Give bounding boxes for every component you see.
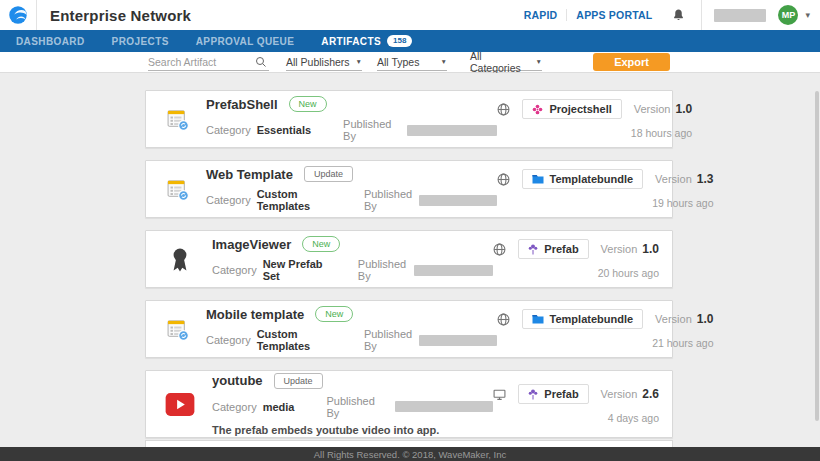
published-by-label: Published By [364,188,414,212]
tab-label: APPROVAL QUEUE [196,36,295,47]
type-label: Templatebundle [550,173,634,185]
artifact-right: Projectshell Version 1.0 18 hours ago [497,99,692,139]
category-value: Custom Templates [257,328,332,352]
category-value: New Prefab Set [263,258,326,282]
status-badge: Update [274,373,323,389]
artifact-card[interactable]: Web Template Update Category Custom Temp… [145,160,673,218]
type-label: Projectshell [549,103,611,115]
version: Version 1.0 [601,242,659,256]
artifact-title-row: Mobile template New [206,306,497,322]
template-bundle-icon [164,106,190,132]
version-label: Version [655,173,692,185]
artifact-name: youtube [212,373,263,388]
tab-approval-queue[interactable]: APPROVAL QUEUE [196,36,295,47]
version-value: 1.0 [697,312,714,326]
prefab-icon [528,388,538,400]
search-icon[interactable] [253,56,269,68]
notifications-bell-icon[interactable] [672,8,685,22]
type-label: Templatebundle [550,313,634,325]
template-bundle-icon [164,176,190,202]
artifact-name: Mobile template [206,307,304,322]
artifact-right-row: Projectshell Version 1.0 [497,99,692,119]
tab-dashboard[interactable]: DASHBOARD [16,36,85,47]
status-badge: New [315,306,353,322]
artifact-meta-row: Category Essentials Published By [206,118,497,142]
user-name-redacted [714,9,766,22]
type-badge: Projectshell [522,99,621,119]
version: Version 1.3 [655,172,713,186]
published-by-label: Published By [358,258,409,282]
tab-label: PROJECTS [112,36,169,47]
tab-label: ARTIFACTS [321,36,381,47]
artifact-title-row: youtube Update [212,373,493,389]
categories-dropdown-value: All Categories [470,50,532,74]
publishers-dropdown[interactable]: All Publishers ▼ [286,54,362,71]
artifact-meta-row: Category New Prefab Set Published By [212,258,493,282]
filter-bar: All Publishers ▼ All Types ▼ All Categor… [0,52,820,73]
category-label: Category [212,264,257,276]
artifact-count-badge: 158 [387,35,412,47]
artifact-meta-row: Category Custom Templates Published By [206,188,497,212]
version-value: 1.3 [697,172,714,186]
type-badge: Prefab [518,384,588,404]
type-badge: Templatebundle [522,309,644,329]
tab-projects[interactable]: PROJECTS [112,36,169,47]
version-value: 2.6 [642,387,659,401]
footer: All Rights Reserved. © 2018, WaveMaker, … [0,447,820,461]
artifact-meta-row: Category media Published By [212,395,493,419]
artifact-main: youtube Update Category media Published … [212,373,493,436]
apps-portal-link[interactable]: APPS PORTAL [576,9,652,21]
artifact-card[interactable]: ImageViewer New Category New Prefab Set … [145,230,673,288]
page-title: Enterprise Network [50,7,191,24]
artifact-name: Web Template [206,167,293,182]
dropdown-caret-icon: ▼ [536,58,542,65]
templatebundle-icon [532,174,544,184]
rapid-link[interactable]: RAPID [524,9,558,21]
publisher-name-redacted [419,195,496,206]
header-divider [36,0,37,30]
published-time: 21 hours ago [652,337,713,349]
export-button[interactable]: Export [593,53,670,71]
types-dropdown[interactable]: All Types ▼ [377,54,447,71]
publisher-name-redacted [395,401,493,412]
user-divider [701,0,702,30]
tab-artifacts[interactable]: ARTIFACTS158 [321,35,412,47]
artifact-list: PrefabShell New Category Essentials Publ… [145,90,673,447]
projectshell-icon [532,104,543,115]
type-label: Prefab [544,243,578,255]
artifact-main: ImageViewer New Category New Prefab Set … [212,236,493,282]
globe-icon [497,313,510,326]
artifact-card[interactable]: youtube Update Category media Published … [145,370,673,438]
artifact-card[interactable]: PrefabShell New Category Essentials Publ… [145,90,673,148]
publisher-name-redacted [407,125,497,136]
chevron-down-icon[interactable]: ▾ [805,10,810,20]
artifact-right: Templatebundle Version 1.0 21 hours ago [497,309,714,349]
globe-icon [497,103,510,116]
published-by-label: Published By [326,395,389,419]
award-ribbon-icon [164,246,196,273]
artifact-right: Prefab Version 1.0 20 hours ago [493,239,659,279]
published-time: 4 days ago [608,412,659,424]
search-input[interactable] [148,56,253,68]
version: Version 1.0 [634,102,692,116]
publisher-name-redacted [414,265,493,276]
youtube-icon [164,393,196,416]
artifact-title-row: PrefabShell New [206,96,497,112]
artifact-main: Web Template Update Category Custom Temp… [206,166,497,212]
version-label: Version [655,313,692,325]
artifact-main: Mobile template New Category Custom Temp… [206,306,497,352]
avatar[interactable]: MP [778,5,798,25]
categories-dropdown[interactable]: All Categories ▼ [470,54,542,71]
published-by-label: Published By [343,118,401,142]
artifact-list-area: PrefabShell New Category Essentials Publ… [0,73,820,447]
category-value: media [263,401,295,413]
version-label: Version [601,243,638,255]
wavemaker-logo-icon[interactable] [0,5,36,25]
type-badge: Templatebundle [522,169,644,189]
artifact-card[interactable]: Mobile template New Category Custom Temp… [145,300,673,358]
scrollbar[interactable] [815,91,819,421]
category-value: Essentials [257,124,311,136]
version: Version 1.0 [655,312,713,326]
category-label: Category [206,124,251,136]
status-badge: Update [304,166,353,182]
